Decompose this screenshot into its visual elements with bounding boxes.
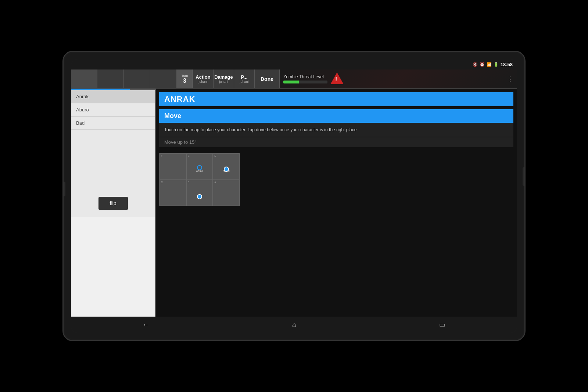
p-sub: juhani [240, 80, 248, 83]
map-cell-f-top: F [159, 153, 186, 180]
map-cell-a-bot: A [213, 180, 240, 206]
zombie-threat-panel: Zombie Threat Level ⋮ [280, 70, 517, 88]
action-sub: juhani [198, 80, 207, 83]
move-preview-text: Move up to 15" [164, 139, 196, 145]
turn-label: Turn [181, 74, 188, 78]
turn-number: 3 [183, 78, 186, 84]
warning-triangle [330, 72, 344, 84]
map-col-label-b: B [188, 181, 190, 183]
player-item-anrak[interactable]: Anrak [71, 90, 155, 103]
damage-label: Damage [214, 74, 233, 80]
map-col-label-d: D [214, 154, 216, 157]
p-button[interactable]: P... juhani [234, 70, 255, 88]
action-card: Move Touch on the map to place your char… [159, 109, 513, 147]
turn-box: Turn 3 [177, 70, 193, 88]
power-button[interactable] [523, 167, 524, 186]
action-label: Action [196, 74, 210, 80]
more-options-icon[interactable]: ⋮ [507, 75, 513, 83]
char-tab-1[interactable] [71, 70, 97, 88]
status-icons: 🔇 ⏰ 📶 🔋 18:58 [473, 62, 513, 67]
character-tabs [71, 70, 177, 88]
battery-icon: 🔋 [494, 62, 499, 67]
threat-bar [283, 81, 299, 83]
damage-sub: juhani [219, 80, 228, 83]
flip-button[interactable]: flip [98, 197, 128, 210]
action-button[interactable]: Action juhani [193, 70, 214, 88]
map-col-label-a: A [214, 181, 216, 183]
zombie-threat-title: Zombie Threat Level [283, 74, 327, 79]
wifi-icon: 📶 [487, 62, 492, 67]
warning-icon [330, 72, 344, 86]
left-content-area [71, 217, 155, 317]
action-card-body: Touch on the map to place your character… [159, 123, 513, 137]
map-col-label-e: E [188, 154, 190, 157]
map-container: F E Anrak D Aburo [159, 153, 240, 206]
bad-token [197, 194, 202, 199]
player-list: Anrak Aburo Bad [71, 90, 155, 189]
home-button[interactable]: ⌂ [292, 321, 296, 329]
mute-icon: 🔇 [473, 62, 478, 67]
time-display: 18:58 [501, 62, 513, 67]
tablet-screen: 🔇 ⏰ 📶 🔋 18:58 Turn 3 [71, 59, 517, 333]
back-button[interactable]: ← [143, 321, 149, 329]
right-panel: ANRAK Move Touch on the map to place you… [155, 89, 517, 317]
char-tab-2[interactable] [97, 70, 124, 88]
main-area: Turn 3 Action juhani Damage juhani P... … [71, 70, 517, 333]
alarm-icon: ⏰ [480, 62, 485, 67]
tablet-device: 🔇 ⏰ 📶 🔋 18:58 Turn 3 [62, 51, 526, 341]
threat-bar-container [283, 81, 327, 83]
character-name-bar: ANRAK [159, 92, 513, 106]
map-cell-e-top: E Anrak [186, 153, 213, 180]
zombie-threat-content: Zombie Threat Level [283, 74, 327, 83]
action-card-preview: Move up to 15" [159, 137, 513, 147]
map-cell-c-bot: C [159, 180, 186, 206]
toolbar: Turn 3 Action juhani Damage juhani P... … [71, 70, 517, 89]
bottom-nav: ← ⌂ ▭ [71, 317, 517, 333]
char-tab-4[interactable] [150, 70, 177, 88]
map-grid: F E Anrak D Aburo [159, 153, 240, 206]
anrak-token [197, 165, 202, 170]
content-layout: Anrak Aburo Bad flip ANRAK Move Touch on… [71, 89, 517, 317]
action-buttons: Action juhani Damage juhani P... juhani … [193, 70, 280, 88]
p-label: P... [241, 74, 248, 80]
volume-button[interactable] [64, 182, 65, 196]
map-col-label-f: F [161, 154, 162, 157]
left-panel: Anrak Aburo Bad flip [71, 89, 155, 317]
recents-button[interactable]: ▭ [439, 321, 445, 329]
damage-button[interactable]: Damage juhani [214, 70, 234, 88]
map-cell-d-top: D Aburo [213, 153, 240, 180]
action-card-header: Move [159, 109, 513, 123]
map-cell-b-bot: B Bad [186, 180, 213, 206]
player-item-aburo[interactable]: Aburo [71, 103, 155, 117]
map-col-label-c: C [161, 181, 163, 183]
aburo-token [224, 167, 229, 172]
done-button[interactable]: Done [255, 70, 280, 88]
status-bar: 🔇 ⏰ 📶 🔋 18:58 [71, 59, 517, 70]
player-item-bad[interactable]: Bad [71, 117, 155, 130]
char-tab-3[interactable] [124, 70, 150, 88]
